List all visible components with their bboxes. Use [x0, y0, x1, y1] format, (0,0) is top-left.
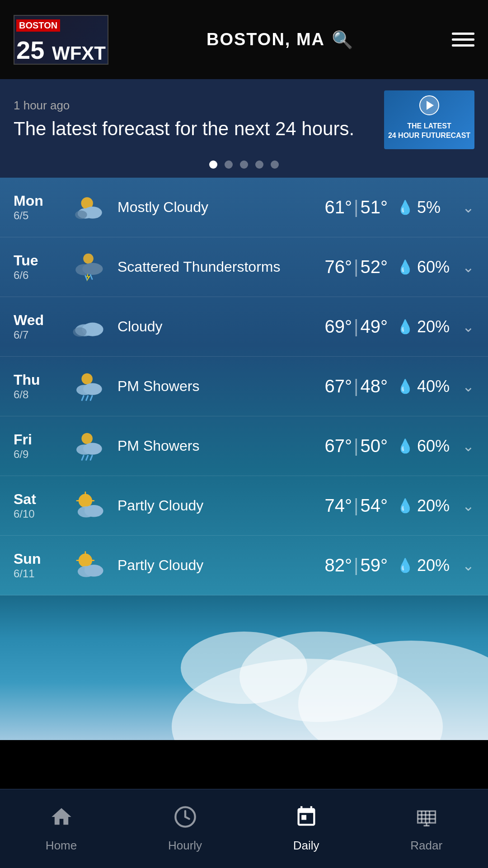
svg-point-38 [77, 566, 94, 577]
weather-row[interactable]: Mon 6/5 Mostly Cloudy 61° | 51° 💧 5% ⌄ [0, 178, 488, 237]
weather-row[interactable]: Tue 6/6 Scattered Thunderstorms 76° | 52… [0, 237, 488, 297]
nav-radar[interactable]: Radar [397, 801, 456, 857]
play-button[interactable] [419, 95, 439, 115]
nav-home[interactable]: Home [32, 801, 90, 857]
day-label: Wed 6/7 [14, 312, 59, 341]
temp-separator: | [354, 316, 358, 337]
home-icon [50, 805, 73, 834]
temp-high: 67° [325, 376, 352, 396]
temp-low: 50° [361, 436, 388, 456]
temp-high: 82° [325, 555, 352, 576]
dot-2[interactable] [225, 160, 233, 169]
expand-icon[interactable]: ⌄ [462, 497, 474, 514]
nav-hourly[interactable]: Hourly [155, 801, 216, 857]
day-name: Sat [14, 491, 59, 508]
svg-line-17 [86, 396, 88, 400]
rain-drop-icon: 💧 [397, 378, 413, 394]
svg-line-23 [86, 456, 88, 460]
svg-line-24 [90, 456, 92, 460]
news-thumbnail[interactable]: THE LATEST24 HOUR FUTURECAST [384, 90, 474, 149]
weather-icon-thunderstorm [63, 247, 113, 288]
weather-row[interactable]: Wed 6/7 Cloudy 69° | 49° 💧 20% ⌄ [0, 297, 488, 357]
rain-drop-icon: 💧 [397, 438, 413, 454]
svg-line-16 [82, 396, 84, 400]
precip-percent: 5% [417, 198, 453, 217]
home-label: Home [46, 839, 77, 853]
location-display[interactable]: BOSTON, MA 🔍 [206, 30, 354, 50]
rain-drop-icon: 💧 [397, 319, 413, 335]
temp-separator: | [354, 495, 358, 516]
temp-low: 54° [361, 495, 388, 516]
app-header: BOSTON 25 WFXT BOSTON, MA 🔍 [0, 0, 488, 79]
dot-3[interactable] [240, 160, 248, 169]
day-name: Mon [14, 193, 59, 209]
search-icon[interactable]: 🔍 [332, 30, 354, 50]
temp-high: 76° [325, 257, 352, 277]
temp-separator: | [354, 376, 358, 396]
weather-condition: Mostly Cloudy [117, 199, 325, 216]
weather-row[interactable]: Thu 6/8 PM Showers 67° | 48° 💧 40% ⌄ [0, 357, 488, 416]
day-date: 6/10 [14, 508, 59, 520]
expand-icon[interactable]: ⌄ [462, 199, 474, 216]
day-label: Sat 6/10 [14, 491, 59, 520]
hourly-icon [174, 805, 197, 834]
day-name: Tue [14, 252, 59, 269]
weather-icon-partly-cloudy [63, 545, 113, 586]
day-label: Mon 6/5 [14, 193, 59, 222]
svg-point-12 [73, 327, 86, 337]
weather-condition: Partly Cloudy [117, 497, 325, 514]
bottom-navigation: Home Hourly Daily [0, 789, 488, 868]
day-date: 6/7 [14, 329, 59, 341]
temp-high: 69° [325, 316, 352, 337]
dot-4[interactable] [255, 160, 263, 169]
day-date: 6/9 [14, 448, 59, 461]
menu-button[interactable] [452, 33, 474, 47]
svg-point-3 [75, 211, 87, 219]
precipitation: 💧 40% [397, 377, 453, 396]
weather-row[interactable]: Sat 6/10 Partly Cloudy 74° | 54° 💧 20% ⌄ [0, 476, 488, 536]
rain-drop-icon: 💧 [397, 557, 413, 573]
logo[interactable]: BOSTON 25 WFXT [14, 15, 108, 65]
temperature-range: 82° | 59° [325, 555, 388, 576]
temp-separator: | [354, 436, 358, 456]
dot-1[interactable] [209, 160, 217, 169]
expand-icon[interactable]: ⌄ [462, 259, 474, 276]
temp-separator: | [354, 197, 358, 217]
day-label: Tue 6/6 [14, 252, 59, 282]
temperature-range: 61° | 51° [325, 197, 388, 217]
day-name: Wed [14, 312, 59, 329]
expand-icon[interactable]: ⌄ [462, 318, 474, 335]
svg-marker-40 [418, 811, 435, 823]
temp-high: 74° [325, 495, 352, 516]
weather-icon-pm-showers [63, 426, 113, 467]
svg-point-21 [76, 444, 93, 455]
dot-5[interactable] [271, 160, 279, 169]
expand-icon[interactable]: ⌄ [462, 438, 474, 455]
precipitation: 💧 20% [397, 317, 453, 336]
day-date: 6/5 [14, 209, 59, 222]
daily-label: Daily [293, 839, 319, 853]
temperature-range: 69° | 49° [325, 316, 388, 337]
expand-icon[interactable]: ⌄ [462, 378, 474, 395]
temperature-range: 74° | 54° [325, 495, 388, 516]
weather-row[interactable]: Sun 6/11 Partly Cloudy 82° | 59° 💧 20% ⌄ [0, 536, 488, 595]
svg-point-15 [76, 385, 93, 395]
precipitation: 💧 20% [397, 496, 453, 515]
nav-daily[interactable]: Daily [280, 801, 333, 857]
precip-percent: 60% [417, 258, 453, 277]
svg-point-4 [83, 254, 94, 264]
day-label: Fri 6/9 [14, 431, 59, 461]
svg-point-19 [81, 433, 93, 444]
temperature-range: 67° | 48° [325, 376, 388, 396]
weather-condition: Cloudy [117, 318, 325, 335]
svg-point-6 [75, 264, 93, 275]
weather-row[interactable]: Fri 6/9 PM Showers 67° | 50° 💧 60% ⌄ [0, 416, 488, 476]
thumb-label: THE LATEST24 HOUR FUTURECAST [385, 118, 474, 144]
expand-icon[interactable]: ⌄ [462, 557, 474, 574]
day-date: 6/8 [14, 388, 59, 401]
weather-icon-partly-cloudy [63, 486, 113, 526]
precipitation: 💧 5% [397, 198, 453, 217]
temp-high: 61° [325, 197, 352, 217]
carousel-dots [0, 160, 488, 178]
weather-condition: PM Showers [117, 378, 325, 395]
